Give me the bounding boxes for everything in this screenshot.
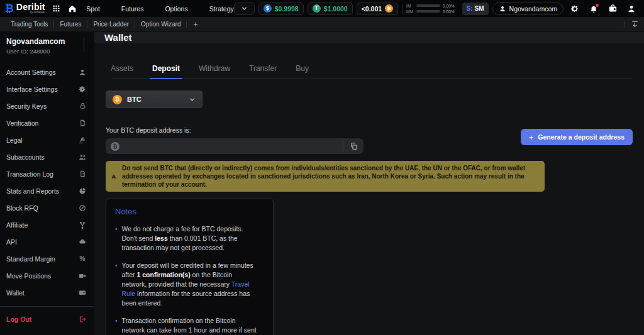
sidebar-collapse-handle[interactable]	[84, 37, 84, 52]
settings-gear-icon[interactable]	[567, 2, 582, 16]
toolbar-divider	[624, 21, 625, 28]
btc-balance-badge[interactable]: <0.001 ₿	[357, 3, 398, 15]
tab-option-wizard[interactable]: Option Wizard	[135, 21, 186, 28]
tab-transfer[interactable]: Transfer	[249, 64, 277, 79]
btc-balance: <0.001	[362, 5, 382, 13]
tab-price-ladder[interactable]: Price Ladder	[87, 21, 135, 28]
copy-icon[interactable]	[348, 141, 358, 151]
usdt-price-badge[interactable]: T $1.0000	[308, 3, 353, 15]
bullet-icon: •	[115, 316, 118, 335]
currency-selected-value: BTC	[127, 96, 184, 103]
sidebar-user-id: User ID: 248000	[6, 48, 88, 55]
gavel-icon	[79, 136, 86, 144]
im-progress-bar	[416, 4, 440, 7]
chevron-down-icon	[241, 5, 248, 12]
sanctions-warning-banner: Do not send BTC that (directly or indire…	[106, 161, 545, 192]
tab-trading-tools[interactable]: Trading Tools	[5, 21, 53, 28]
brand-subtitle: by coinbase	[16, 11, 45, 14]
usdc-price-badge[interactable]: $ $0.9998	[258, 3, 304, 15]
percent-icon: %	[79, 255, 86, 263]
tab-buy[interactable]: Buy	[296, 64, 309, 79]
wallet-icon	[79, 289, 86, 297]
sidebar-item-block-rfq[interactable]: Block RFQ	[0, 199, 94, 216]
sidebar-item-account-settings[interactable]: Account Settings	[0, 63, 94, 80]
usdc-price: $0.9998	[275, 5, 299, 13]
account-menu-button[interactable]: Ngovandamcom	[492, 3, 564, 15]
page-title-bar: Wallet	[94, 32, 644, 43]
deribit-logo-icon: ₿	[5, 3, 14, 14]
sidebar-item-verification[interactable]: Verification	[0, 114, 94, 131]
sidebar-item-affiliate[interactable]: Affiliate	[0, 216, 94, 233]
file-text-icon	[79, 170, 86, 178]
settings-sidebar: Ngovandamcom User ID: 248000 Account Set…	[0, 32, 94, 335]
currency-select[interactable]: ₿ BTC	[106, 91, 203, 108]
user-icon	[499, 5, 506, 13]
dock-panel-icon[interactable]	[631, 20, 639, 28]
main-panel: Wallet Assets Deposit Withdraw Transfer …	[94, 32, 644, 335]
sidebar-item-standard-margin[interactable]: Standard Margin %	[0, 250, 94, 267]
usdt-coin-icon: T	[313, 4, 321, 13]
im-label: IM	[406, 4, 414, 8]
sidebar-item-move-positions[interactable]: Move Positions	[0, 267, 94, 284]
sidebar-item-security-keys[interactable]: Security Keys	[0, 97, 94, 114]
brand-name: Deribit	[16, 3, 45, 11]
bullet-icon: •	[115, 224, 118, 253]
nav-options[interactable]: Options	[165, 5, 187, 13]
deposit-address-input[interactable]	[119, 143, 343, 150]
ticker-collapse-button[interactable]	[234, 3, 255, 15]
notification-dot	[596, 4, 599, 7]
logout-icon	[79, 316, 86, 323]
margin-mode-prefix: S:	[467, 5, 473, 12]
apps-grid-icon[interactable]	[52, 2, 62, 16]
btc-coin-icon: ₿	[113, 95, 122, 104]
margin-mode-value: SM	[475, 5, 484, 12]
margin-meters: IM 0.00% MM 0.00%	[402, 4, 458, 14]
notes-title: Notes	[115, 207, 264, 216]
mm-progress-bar	[416, 10, 440, 13]
lock-icon	[79, 102, 86, 110]
sidebar-item-api[interactable]: API	[0, 233, 94, 250]
margin-mode-badge[interactable]: S: SM	[462, 3, 489, 15]
sidebar-divider	[0, 306, 94, 307]
sidebar-item-interface-settings[interactable]: Interface Settings	[0, 80, 94, 97]
usdt-price: $1.0000	[324, 5, 348, 13]
plus-icon: +	[529, 133, 534, 142]
sidebar-item-wallet[interactable]: Wallet	[0, 284, 94, 301]
mm-label: MM	[406, 9, 414, 14]
network-branch-icon	[79, 221, 86, 229]
move-positions-icon	[79, 272, 86, 280]
page-title: Wallet	[104, 32, 132, 43]
add-workspace-button[interactable]: +	[187, 20, 204, 29]
tab-deposit[interactable]: Deposit	[152, 64, 180, 79]
sidebar-item-log-out[interactable]: Log Out	[0, 310, 94, 327]
account-username: Ngovandamcom	[509, 5, 557, 13]
generate-deposit-address-button[interactable]: + Generate a deposit address	[521, 129, 633, 145]
users-icon	[79, 153, 86, 161]
nav-spot[interactable]: Spot	[86, 5, 100, 13]
sidebar-item-subaccounts[interactable]: Subaccounts	[0, 148, 94, 165]
tab-withdraw[interactable]: Withdraw	[199, 64, 230, 79]
note-item: • We do not charge a fee for BTC deposit…	[115, 224, 264, 253]
deribit-logo[interactable]: ₿ Deribit by coinbase	[5, 3, 45, 14]
notifications-bell-icon[interactable]	[586, 2, 601, 16]
mm-value: 0.00%	[443, 9, 454, 14]
nav-strategy[interactable]: Strategy	[209, 5, 234, 13]
bullet-icon: •	[115, 261, 118, 308]
sidebar-username: Ngovandamcom	[6, 37, 88, 46]
cloud-icon	[79, 238, 86, 246]
profile-icon[interactable]	[624, 2, 639, 16]
sidebar-item-stats-and-reports[interactable]: Stats and Reports	[0, 182, 94, 199]
top-header: ₿ Deribit by coinbase Spot Futures Optio…	[0, 0, 644, 17]
home-icon[interactable]	[67, 2, 77, 16]
deposit-address-field[interactable]: ₿	[106, 138, 364, 154]
note-item: • Your deposit will be credited in a few…	[115, 261, 264, 308]
tab-futures[interactable]: Futures	[54, 21, 87, 28]
document-icon	[79, 119, 86, 127]
nav-futures[interactable]: Futures	[121, 5, 144, 13]
workspace-toolbar: Trading Tools Futures Price Ladder Optio…	[0, 17, 644, 32]
tab-assets[interactable]: Assets	[111, 64, 133, 79]
pie-chart-icon	[79, 187, 86, 195]
wallet-briefcase-icon[interactable]	[605, 2, 620, 16]
sidebar-item-transaction-log[interactable]: Transaction Log	[0, 165, 94, 182]
sidebar-item-legal[interactable]: Legal	[0, 131, 94, 148]
